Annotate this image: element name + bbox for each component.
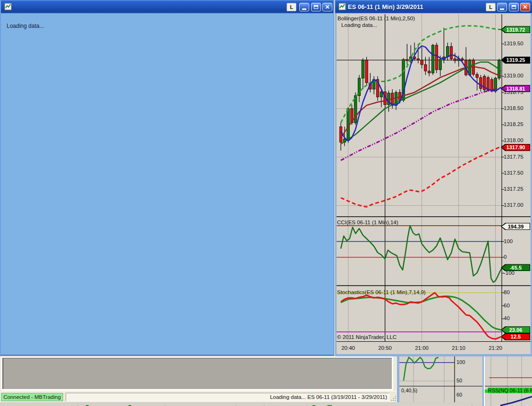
price-value-tag: 1319.25 [501,57,530,64]
control-center-window: Connected - MBTrading Loading data... ES… [0,356,397,402]
background-chart-b-graphic [485,356,532,406]
loading-chart-window: L ✕ Loading data... [0,0,334,356]
background-desktop-strip [0,402,532,406]
price-axis-label: 1317.00 [504,202,524,208]
maximize-button[interactable] [509,3,519,11]
bg-axis-label: 60 [456,392,462,398]
price-value-tag: 1318.81 [501,85,530,92]
bollinger-panel-label: Bollinger(ES 06-11 (1 Min),2,50) [338,16,415,21]
chart-window-icon [338,3,346,10]
cci-panel-label: CCI(ES 06-11 (1 Min),14) [337,220,398,225]
time-axis-label: 21:00 [415,345,429,351]
price-axis-label: 1317.50 [504,170,524,176]
bg-indicator-label: 0,40,5) [401,388,417,393]
price-axis-label: 1317.25 [504,186,524,192]
chart-loading-text: Loading data... [341,22,377,28]
price-axis-label: 1318.75 [504,89,524,95]
status-bar: Connected - MBTrading Loading data... ES… [0,391,397,402]
chart-window-icon [4,3,12,10]
price-axis-label: 1318.00 [504,137,524,143]
price-axis-label: 1318.50 [504,105,524,111]
stochastics-value-tag: 12.5 [501,333,530,340]
stochastics-axis-label: 80 [504,289,510,295]
time-axis-label: 21:20 [489,345,502,351]
bg-axis-label: 50 [456,378,462,383]
minimize-button[interactable] [299,3,309,11]
connection-status-badge: Connected - MBTrading [1,393,63,401]
link-button[interactable]: L [287,3,296,11]
price-value-tag: 1317.90 [501,144,530,151]
resize-grip[interactable] [390,395,396,401]
close-button[interactable]: ✕ [322,3,332,11]
cci-axis-label: 0 [504,254,507,260]
price-axis-label: 1317.75 [504,154,524,160]
chart-area[interactable]: Bollinger(ES 06-11 (1 Min),2,50) Loading… [335,13,532,356]
chart-labels-layer: Bollinger(ES 06-11 (1 Min),2,50) Loading… [335,13,532,356]
cci-axis-label: -100 [504,270,515,276]
status-message: Loading data... ES 06-11 (3/19/2011 - 3/… [270,394,387,400]
price-axis-label: 1319.00 [504,73,524,78]
control-center-gray-panel [2,358,392,389]
cci-axis-label: 100 [504,238,513,244]
copyright-label: © 2011 NinjaTrader, LLC [337,334,397,340]
control-center-content [1,356,393,390]
maximize-button[interactable] [311,3,321,11]
link-button[interactable]: L [486,3,496,11]
left-window-body: Loading data... [1,13,333,355]
background-chart-window-left: 100 50 60 0,40,5) [397,356,482,402]
left-window-titlebar[interactable]: L ✕ [1,0,333,13]
status-message-field: Loading data... ES 06-11 (3/19/2011 - 3/… [66,393,389,401]
background-chart-a-graphic [399,356,482,402]
stochastics-value-tag: 23.06 [501,326,530,333]
price-axis-label: 1318.25 [504,121,524,127]
es-chart-window: ES 06-11 (1 Min) 3/29/2011 L ✕ Bollinger… [335,0,532,356]
loading-text: Loading data... [7,23,44,29]
price-value-tag: 1319.72 [501,26,530,33]
bg-axis-label: 100 [456,359,465,365]
chart-graphic [335,13,532,356]
minimize-button[interactable] [497,3,507,11]
chart-window-titlebar[interactable]: ES 06-11 (1 Min) 3/29/2011 L ✕ [335,0,532,13]
time-axis-label: 21:10 [452,345,465,351]
chart-window-title: ES 06-11 (1 Min) 3/29/2011 [348,3,423,10]
cci-value-tag: -65.5 [501,264,530,271]
stochastics-axis-label: 40 [504,315,510,321]
stochastics-axis-label: 60 [504,303,510,308]
close-button[interactable]: ✕ [520,3,530,11]
desktop: 100 50 60 0,40,5) RSS(NQ 06-11 (6 R Conn… [0,0,532,406]
price-axis-label: 1319.50 [504,41,524,46]
time-axis-label: 20:40 [341,345,355,351]
background-chart-window-right: RSS(NQ 06-11 (6 R [482,356,532,406]
time-axis-label: 20:50 [378,345,392,351]
cci-value-tag: 194.39 [501,223,530,230]
stochastics-panel-label: Stochastics(ES 06-11 (1 Min),7,14,9) [337,289,426,295]
bg-rss-indicator-label: RSS(NQ 06-11 (6 R [488,388,532,393]
